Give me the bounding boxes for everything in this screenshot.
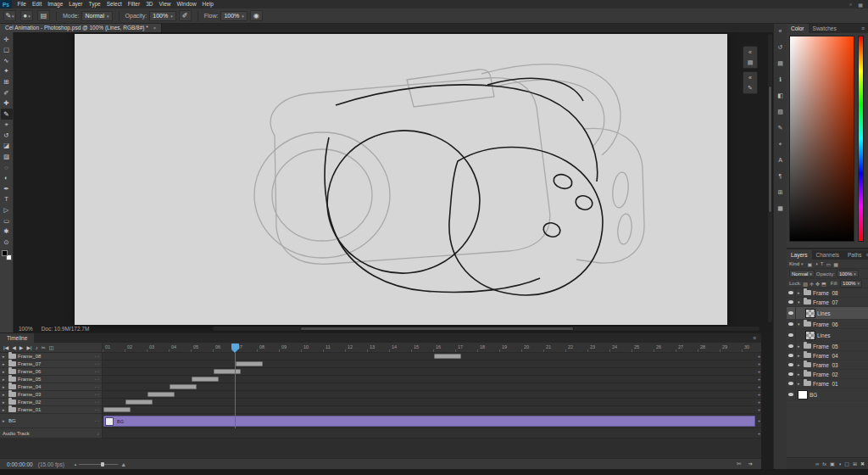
dodge-tool[interactable]: ◐ [1, 173, 13, 184]
filter-type-icon[interactable]: T [821, 261, 824, 267]
pressure-opacity-button[interactable]: ✐ [179, 10, 192, 21]
paragraph-panel-icon[interactable]: ¶ [776, 171, 786, 180]
navigator-panel-icon[interactable]: ⊞ [776, 187, 786, 196]
tool-preset-picker[interactable]: ✎ ▾ [3, 10, 16, 21]
track-options-icons[interactable]: ◦ ◦ [95, 418, 102, 423]
brush-size-picker[interactable]: ● ▾ [20, 10, 33, 21]
track-chevron-icon[interactable]: ▸ [3, 400, 7, 405]
track-options-icons[interactable]: ◦ ◦ [95, 361, 102, 366]
track-options-icons[interactable]: ◦ ◦ [95, 407, 102, 412]
fill-select[interactable]: 100% ▾ [840, 280, 862, 288]
group-chevron-icon[interactable]: ▸ [798, 362, 802, 367]
track-chevron-icon[interactable]: ▸ [3, 392, 7, 397]
clip-frame_02[interactable] [125, 400, 153, 405]
blur-tool[interactable]: ◌ [1, 162, 13, 173]
split-clip-icon[interactable]: ✂ [42, 345, 46, 350]
add-media-icon[interactable]: + [757, 368, 761, 376]
menu-filter[interactable]: Filter [125, 1, 142, 7]
collapse-dock-icon[interactable]: « [745, 74, 755, 81]
visibility-toggle[interactable] [787, 370, 796, 378]
scrollbar-thumb[interactable] [300, 327, 574, 331]
collapsed-dock-1[interactable]: «▤ [743, 46, 758, 69]
lock-all-icon[interactable]: ⬒ [821, 281, 826, 287]
group-chevron-icon[interactable]: ▾ [798, 321, 802, 327]
menu-image[interactable]: Image [45, 1, 66, 7]
foreground-color-swatch[interactable] [2, 250, 8, 256]
clip-frame_07[interactable] [236, 361, 263, 366]
move-tool[interactable]: ✛ [1, 34, 13, 45]
track-options-icons[interactable]: ◦ ◦ [95, 369, 102, 374]
visibility-toggle[interactable] [787, 360, 796, 369]
notes-panel-icon[interactable]: ▦ [776, 204, 786, 212]
mute-audio-icon[interactable]: ♪ [36, 345, 38, 350]
track-content[interactable] [103, 353, 757, 360]
lock-pixels-icon[interactable]: ✛ [810, 281, 814, 287]
clip-frame_03[interactable] [147, 392, 175, 397]
track-chevron-icon[interactable]: ▸ [3, 361, 7, 366]
menu-select[interactable]: Select [103, 1, 125, 7]
info-panel-icon[interactable]: ℹ [776, 75, 786, 83]
track-options-icons[interactable]: ◦ ◦ [95, 400, 102, 405]
delete-layer-icon[interactable]: ✖ [860, 461, 865, 467]
layer-row-frame_04[interactable]: ▸Frame_04 [787, 351, 868, 360]
track-chevron-icon[interactable]: ▸ [3, 377, 7, 382]
menu-3d[interactable]: 3D [143, 1, 156, 7]
first-frame-icon[interactable]: |◀ [3, 345, 8, 350]
menu-layer[interactable]: Layer [66, 1, 86, 7]
adjustment-layer-icon[interactable]: ◑ [838, 461, 842, 467]
track-chevron-icon[interactable]: ▸ [3, 384, 7, 389]
track-content[interactable] [103, 368, 757, 376]
clone-source-panel-icon[interactable]: ⌖ [776, 139, 786, 148]
blend-mode-select[interactable]: Normal ▾ [789, 270, 815, 277]
visibility-toggle[interactable] [787, 379, 796, 388]
brush-tool[interactable]: ✎ [1, 109, 13, 120]
collapsed-dock-2[interactable]: «✎ [743, 71, 758, 94]
zoom-level[interactable]: 100% [19, 326, 33, 332]
next-frame-icon[interactable]: ▶| [26, 345, 31, 350]
quick-select-tool[interactable]: ✦ [1, 66, 13, 77]
mode-select[interactable]: Normal ▾ [81, 11, 112, 21]
play-icon[interactable]: ▶ [19, 345, 24, 350]
menu-help[interactable]: Help [199, 1, 216, 7]
color-swatches[interactable] [2, 250, 12, 260]
tab-swatches[interactable]: Swatches [809, 24, 841, 33]
new-group-icon[interactable]: ▢ [844, 461, 849, 467]
styles-panel-icon[interactable]: ▧ [776, 107, 786, 115]
group-chevron-icon[interactable]: ▸ [798, 381, 802, 386]
track-chevron-icon[interactable]: ▸ [3, 407, 7, 412]
link-layers-icon[interactable]: ∞ [815, 461, 819, 467]
group-chevron-icon[interactable]: ▸ [798, 372, 802, 377]
layer-row-frame_05[interactable]: ▸Frame_05 [787, 342, 868, 351]
adjustments-panel-icon[interactable]: ◧ [776, 91, 786, 99]
layer-row-frame_07[interactable]: ▾Frame_07 [787, 298, 868, 307]
render-video-icon[interactable]: ➔ [748, 461, 753, 467]
tab-color[interactable]: Color [787, 24, 809, 33]
pen-tool[interactable]: ✒ [1, 183, 13, 194]
zoom-tool[interactable]: ⊙ [1, 237, 13, 248]
visibility-toggle[interactable] [787, 351, 796, 360]
group-chevron-icon[interactable]: ▾ [798, 299, 802, 305]
lasso-tool[interactable]: ∿ [1, 55, 13, 66]
search-icon[interactable]: ⌕ [849, 2, 852, 8]
workspace-switcher-icon[interactable]: ▦ [858, 2, 863, 8]
timeline-ruler[interactable]: 0102030405060708091011121314151617181920… [103, 343, 761, 353]
clip-frame_06[interactable] [214, 369, 241, 374]
track-content[interactable] [103, 360, 757, 368]
filter-smart-object-icon[interactable]: ▦ [833, 261, 838, 267]
track-content[interactable] [103, 399, 757, 406]
visibility-toggle[interactable] [787, 298, 796, 306]
menu-edit[interactable]: Edit [29, 1, 44, 7]
zoom-out-icon[interactable]: ▴ [75, 461, 77, 467]
eyedropper-tool[interactable]: ✐ [1, 87, 13, 98]
crop-tool[interactable]: ⊞ [1, 76, 13, 87]
vertical-scrollbar[interactable] [768, 34, 772, 322]
layer-row-frame_01[interactable]: ▸Frame_01 [787, 379, 868, 388]
timeline-tab[interactable]: Timeline [0, 333, 34, 343]
menu-view[interactable]: View [156, 1, 174, 7]
visibility-toggle[interactable] [787, 307, 796, 319]
playhead-marker[interactable] [231, 344, 239, 349]
add-media-icon[interactable]: + [757, 360, 761, 368]
visibility-toggle[interactable] [787, 342, 796, 350]
brush-settings-panel-icon[interactable]: ✎ [776, 123, 786, 131]
layer-row-frame_02[interactable]: ▸Frame_02 [787, 370, 868, 379]
